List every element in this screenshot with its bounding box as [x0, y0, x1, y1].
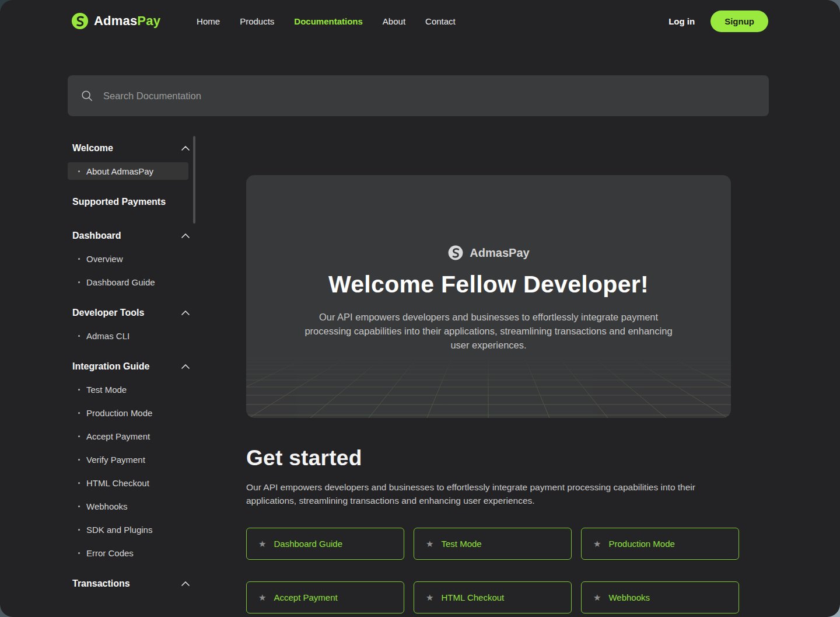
card-webhooks[interactable]: ★ Webhooks — [581, 581, 739, 613]
signup-button[interactable]: Signup — [710, 11, 768, 32]
hero-banner: AdmasPay Welcome Fellow Developer! Our A… — [246, 175, 731, 418]
get-started-cards: ★ Dashboard Guide ★ Test Mode ★ Producti… — [246, 528, 739, 613]
sidebar-section-label: Dashboard — [72, 231, 121, 241]
nav-link-contact[interactable]: Contact — [425, 16, 456, 26]
page-container: AdmasPay Home Products Documentations Ab… — [0, 0, 840, 617]
sidebar-item-error-codes[interactable]: Error Codes — [68, 544, 188, 562]
sidebar-item-label: Webhooks — [86, 501, 128, 511]
bullet-dot-icon — [78, 412, 80, 414]
sidebar-section-label: Developer Tools — [72, 308, 144, 318]
brand-logo[interactable]: AdmasPay — [71, 12, 160, 30]
sidebar-section: Developer Tools Admas CLI — [68, 307, 188, 344]
sidebar-item-sdk-and-plugins[interactable]: SDK and Plugins — [68, 521, 188, 538]
search-input[interactable] — [103, 90, 756, 102]
sidebar-item-html-checkout[interactable]: HTML Checkout — [68, 474, 188, 491]
chevron-up-icon[interactable] — [181, 581, 190, 586]
bullet-dot-icon — [78, 335, 80, 337]
top-navigation: AdmasPay Home Products Documentations Ab… — [0, 0, 840, 42]
chevron-up-icon[interactable] — [181, 311, 190, 315]
star-icon: ★ — [426, 539, 433, 548]
card-label: HTML Checkout — [441, 592, 504, 602]
sidebar-item-label: Production Mode — [86, 408, 152, 418]
bullet-dot-icon — [78, 506, 80, 507]
card-label: Dashboard Guide — [274, 539, 342, 549]
chevron-up-icon[interactable] — [181, 364, 190, 369]
sidebar-section-label: Transactions — [72, 578, 130, 589]
star-icon: ★ — [593, 593, 601, 602]
sidebar-section-integration-guide[interactable]: Integration Guide — [72, 361, 190, 372]
sidebar-section-label: Integration Guide — [72, 361, 149, 372]
hero-brand: AdmasPay — [246, 245, 731, 261]
sidebar-section: Supported Payments — [68, 196, 188, 208]
sidebar-item-overview[interactable]: Overview — [68, 250, 188, 267]
bullet-dot-icon — [78, 482, 80, 484]
star-icon: ★ — [426, 593, 433, 602]
sidebar-item-label: Error Codes — [86, 548, 134, 558]
perspective-grid-graphic — [246, 357, 731, 418]
sidebar-item-label: About AdmasPay — [86, 166, 153, 176]
card-test-mode[interactable]: ★ Test Mode — [414, 528, 572, 560]
nav-link-products[interactable]: Products — [240, 16, 274, 26]
sidebar-section-transactions[interactable]: Transactions — [72, 578, 190, 590]
bullet-dot-icon — [78, 170, 80, 172]
admaspay-logo-icon — [71, 12, 89, 30]
star-icon: ★ — [258, 539, 266, 548]
bullet-dot-icon — [78, 529, 80, 531]
brand-name-primary: Admas — [94, 13, 137, 28]
nav-link-documentations[interactable]: Documentations — [294, 16, 363, 26]
sidebar-item-label: Accept Payment — [86, 431, 150, 441]
star-icon: ★ — [258, 593, 266, 602]
brand-name-accent: Pay — [137, 13, 160, 28]
sidebar-item-test-mode[interactable]: Test Mode — [68, 381, 188, 398]
sidebar-item-admas-cli[interactable]: Admas CLI — [68, 327, 188, 344]
sidebar-item-label: Admas CLI — [86, 331, 130, 341]
bullet-dot-icon — [78, 281, 80, 283]
nav-link-about[interactable]: About — [383, 16, 405, 26]
get-started-title: Get started — [246, 446, 739, 470]
login-link[interactable]: Log in — [668, 16, 695, 26]
card-label: Webhooks — [608, 592, 650, 602]
brand-name: AdmasPay — [94, 13, 160, 29]
bullet-dot-icon — [78, 389, 80, 391]
card-dashboard-guide[interactable]: ★ Dashboard Guide — [246, 528, 404, 560]
card-label: Production Mode — [608, 539, 674, 549]
card-accept-payment[interactable]: ★ Accept Payment — [246, 581, 404, 613]
sidebar-item-dashboard-guide[interactable]: Dashboard Guide — [68, 273, 188, 291]
bullet-dot-icon — [78, 459, 80, 461]
hero-description: Our API empowers developers and business… — [296, 311, 681, 353]
sidebar-section: Dashboard Overview Dashboard Guide — [68, 230, 188, 291]
sidebar-item-verify-payment[interactable]: Verify Payment — [68, 451, 188, 468]
sidebar-item-label: Test Mode — [86, 385, 127, 395]
sidebar-item-label: Overview — [86, 254, 123, 264]
card-label: Accept Payment — [274, 592, 337, 602]
sidebar-section: Integration Guide Test Mode Production M… — [68, 361, 188, 562]
nav-links: Home Products Documentations About Conta… — [197, 16, 456, 26]
bullet-dot-icon — [78, 552, 80, 554]
sidebar-section-supported-payments[interactable]: Supported Payments — [72, 196, 190, 208]
chevron-up-icon[interactable] — [181, 233, 190, 238]
docs-sidebar: Welcome About AdmasPay Supported Payment… — [68, 136, 188, 612]
sidebar-section-dashboard[interactable]: Dashboard — [72, 230, 190, 242]
card-html-checkout[interactable]: ★ HTML Checkout — [414, 581, 572, 613]
search-icon — [80, 89, 93, 102]
search-bar[interactable] — [68, 75, 769, 116]
card-production-mode[interactable]: ★ Production Mode — [581, 528, 739, 560]
sidebar-section-developer-tools[interactable]: Developer Tools — [72, 307, 190, 319]
card-label: Test Mode — [441, 539, 481, 549]
chevron-up-icon[interactable] — [181, 146, 190, 151]
hero-title: Welcome Fellow Developer! — [246, 271, 731, 298]
sidebar-section: Transactions — [68, 578, 188, 590]
sidebar-scrollbar[interactable] — [193, 136, 195, 224]
sidebar-item-production-mode[interactable]: Production Mode — [68, 404, 188, 421]
search-section — [68, 75, 769, 116]
get-started-description: Our API empowers developers and business… — [246, 480, 713, 508]
sidebar-item-label: Verify Payment — [86, 455, 145, 465]
sidebar-item-accept-payment[interactable]: Accept Payment — [68, 427, 188, 445]
sidebar-item-webhooks[interactable]: Webhooks — [68, 497, 188, 515]
sidebar-section-welcome[interactable]: Welcome — [72, 142, 190, 154]
auth-actions: Log in Signup — [668, 11, 768, 32]
sidebar-item-about-admaspay[interactable]: About AdmasPay — [68, 162, 188, 180]
nav-link-home[interactable]: Home — [197, 16, 220, 26]
content-area: Welcome About AdmasPay Supported Payment… — [0, 136, 840, 613]
sidebar-section-label: Supported Payments — [72, 197, 166, 207]
